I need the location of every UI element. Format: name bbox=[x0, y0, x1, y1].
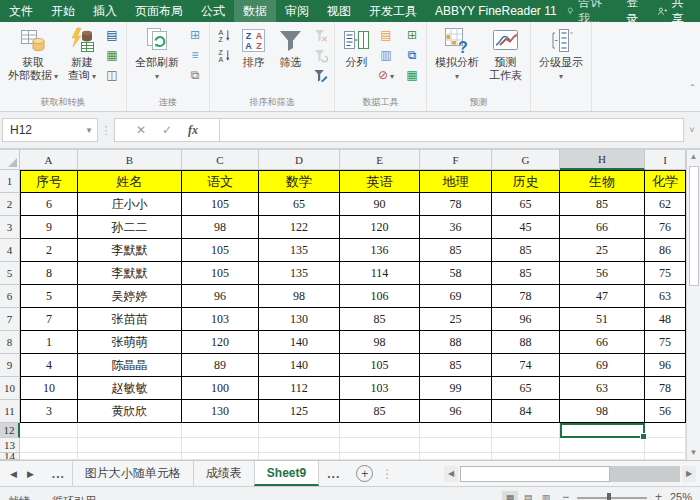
cell-C1[interactable]: 语文 bbox=[182, 170, 259, 193]
cell-D14[interactable] bbox=[259, 453, 340, 460]
cell-I5[interactable]: 75 bbox=[645, 262, 686, 285]
cell-A13[interactable] bbox=[20, 438, 78, 453]
cell-B13[interactable] bbox=[78, 438, 182, 453]
cell-D8[interactable]: 140 bbox=[259, 331, 340, 354]
cell-F6[interactable]: 69 bbox=[420, 285, 492, 308]
cell-G4[interactable]: 85 bbox=[492, 239, 560, 262]
cell-D10[interactable]: 112 bbox=[259, 377, 340, 400]
tab-overflow-right[interactable]: ... bbox=[319, 461, 348, 486]
vertical-scrollbar[interactable]: ▲ ▼ bbox=[686, 150, 700, 460]
cell-I6[interactable]: 63 bbox=[645, 285, 686, 308]
cell-F1[interactable]: 地理 bbox=[420, 170, 492, 193]
hscroll-track[interactable] bbox=[460, 466, 680, 482]
cell-C8[interactable]: 120 bbox=[182, 331, 259, 354]
cell-F2[interactable]: 78 bbox=[420, 193, 492, 216]
cell-E5[interactable]: 114 bbox=[340, 262, 420, 285]
vscroll-down-icon[interactable]: ▼ bbox=[690, 446, 698, 460]
cell-D13[interactable] bbox=[259, 438, 340, 453]
cell-B2[interactable]: 庄小小 bbox=[78, 193, 182, 216]
ribbon-tab-home[interactable]: 开始 bbox=[42, 0, 84, 22]
zoom-in-icon[interactable]: + bbox=[655, 491, 662, 500]
hscroll-left-icon[interactable]: ◀ bbox=[444, 466, 458, 482]
cell-C2[interactable]: 105 bbox=[182, 193, 259, 216]
tab-overflow-left[interactable]: ... bbox=[44, 461, 73, 486]
cell-B12[interactable] bbox=[78, 423, 182, 438]
recent-sources-button[interactable]: ◫ bbox=[102, 68, 122, 84]
cell-E4[interactable]: 136 bbox=[340, 239, 420, 262]
cell-C4[interactable]: 105 bbox=[182, 239, 259, 262]
cell-F13[interactable] bbox=[420, 438, 492, 453]
cell-B8[interactable]: 张萌萌 bbox=[78, 331, 182, 354]
cell-G2[interactable]: 65 bbox=[492, 193, 560, 216]
insert-function-icon[interactable]: fx bbox=[188, 123, 198, 138]
cell-B11[interactable]: 黄欣欣 bbox=[78, 400, 182, 423]
cell-E2[interactable]: 90 bbox=[340, 193, 420, 216]
cell-H14[interactable] bbox=[560, 453, 645, 460]
cell-A2[interactable]: 6 bbox=[20, 193, 78, 216]
page-layout-view-icon[interactable]: ▤ bbox=[520, 491, 536, 500]
formula-input[interactable] bbox=[220, 118, 684, 142]
cell-D1[interactable]: 数学 bbox=[259, 170, 340, 193]
cell-I11[interactable]: 56 bbox=[645, 400, 686, 423]
sort-ascending-button[interactable]: AZ bbox=[214, 28, 234, 44]
cell-A9[interactable]: 4 bbox=[20, 354, 78, 377]
column-header-F[interactable]: F bbox=[420, 150, 492, 170]
ribbon-tab-data[interactable]: 数据 bbox=[234, 0, 276, 22]
vscroll-up-icon[interactable]: ▲ bbox=[690, 150, 698, 164]
cell-H3[interactable]: 66 bbox=[560, 216, 645, 239]
cell-I2[interactable]: 62 bbox=[645, 193, 686, 216]
formula-expand-chevron-icon[interactable]: ˅ bbox=[684, 125, 700, 135]
select-all-corner[interactable] bbox=[0, 150, 20, 170]
zoom-out-icon[interactable]: − bbox=[562, 491, 569, 500]
cell-I8[interactable]: 75 bbox=[645, 331, 686, 354]
cell-H7[interactable]: 51 bbox=[560, 308, 645, 331]
cell-C11[interactable]: 130 bbox=[182, 400, 259, 423]
cell-A7[interactable]: 7 bbox=[20, 308, 78, 331]
cell-I12[interactable] bbox=[645, 423, 686, 438]
cell-H4[interactable]: 25 bbox=[560, 239, 645, 262]
cell-B14[interactable] bbox=[78, 453, 182, 460]
cell-H2[interactable]: 85 bbox=[560, 193, 645, 216]
row-header-13[interactable]: 13 bbox=[0, 438, 20, 453]
ribbon-tab-developer[interactable]: 开发工具 bbox=[360, 0, 426, 22]
cell-H13[interactable] bbox=[560, 438, 645, 453]
connections-button[interactable]: ⊞ bbox=[185, 28, 205, 44]
cancel-icon[interactable]: ✕ bbox=[136, 123, 146, 137]
consolidate-button[interactable]: ⊞ bbox=[402, 28, 422, 44]
row-header-7[interactable]: 7 bbox=[0, 308, 20, 331]
row-header-9[interactable]: 9 bbox=[0, 354, 20, 377]
collapse-ribbon-button[interactable]: ˆ bbox=[691, 84, 694, 95]
outline-button[interactable]: 分级显示▾ bbox=[535, 25, 587, 83]
cell-G11[interactable]: 84 bbox=[492, 400, 560, 423]
refresh-all-button[interactable]: 全部刷新▾ bbox=[131, 25, 183, 83]
zoom-slider-handle[interactable] bbox=[607, 493, 611, 500]
cell-F11[interactable]: 96 bbox=[420, 400, 492, 423]
ribbon-tab-view[interactable]: 视图 bbox=[318, 0, 360, 22]
cell-G5[interactable]: 85 bbox=[492, 262, 560, 285]
cell-A3[interactable]: 9 bbox=[20, 216, 78, 239]
cell-I7[interactable]: 48 bbox=[645, 308, 686, 331]
cell-D9[interactable]: 140 bbox=[259, 354, 340, 377]
hscroll-right-icon[interactable]: ▶ bbox=[682, 466, 696, 482]
column-header-H[interactable]: H bbox=[560, 150, 645, 170]
cell-E9[interactable]: 105 bbox=[340, 354, 420, 377]
cell-I3[interactable]: 76 bbox=[645, 216, 686, 239]
properties-button[interactable]: ≡ bbox=[185, 48, 205, 64]
sheet-tab-成绩表[interactable]: 成绩表 bbox=[193, 461, 255, 486]
cell-C14[interactable] bbox=[182, 453, 259, 460]
row-header-2[interactable]: 2 bbox=[0, 193, 20, 216]
cell-G14[interactable] bbox=[492, 453, 560, 460]
cell-B5[interactable]: 李默默 bbox=[78, 262, 182, 285]
page-break-view-icon[interactable]: ▥ bbox=[538, 491, 554, 500]
cell-F4[interactable]: 85 bbox=[420, 239, 492, 262]
cell-I1[interactable]: 化学 bbox=[645, 170, 686, 193]
cell-C13[interactable] bbox=[182, 438, 259, 453]
sheet-tab-图片大小随单元格[interactable]: 图片大小随单元格 bbox=[72, 461, 194, 486]
cell-H6[interactable]: 47 bbox=[560, 285, 645, 308]
cell-E7[interactable]: 85 bbox=[340, 308, 420, 331]
cell-C7[interactable]: 103 bbox=[182, 308, 259, 331]
cell-E12[interactable] bbox=[340, 423, 420, 438]
cell-E1[interactable]: 英语 bbox=[340, 170, 420, 193]
row-header-10[interactable]: 10 bbox=[0, 377, 20, 400]
cell-F7[interactable]: 25 bbox=[420, 308, 492, 331]
